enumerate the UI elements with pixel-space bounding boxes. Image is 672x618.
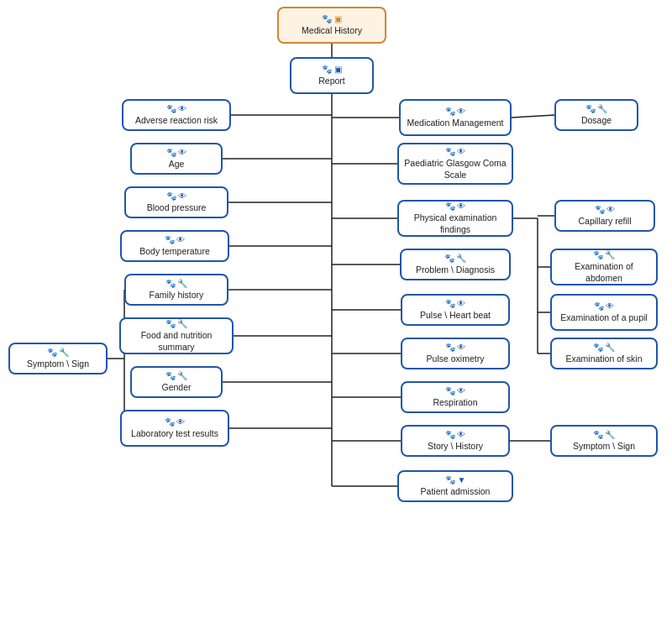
- capillary-refill-label: Capillary refill: [578, 216, 631, 228]
- dosage-node: 🐾 🔧 Dosage: [554, 99, 638, 131]
- medical-history-node: 🐾 ▣ Medical History: [277, 7, 386, 44]
- exam-pupil-icons: 🐾 👁: [594, 301, 615, 312]
- symptom-sign-left-node: 🐾 🔧 Symptom \ Sign: [8, 343, 108, 374]
- patient-admission-label: Patient admission: [421, 486, 491, 498]
- pulse-oximetry-label: Pulse oximetry: [427, 354, 485, 365]
- pulse-heartbeat-node: 🐾 👁 Pulse \ Heart beat: [401, 294, 510, 326]
- adverse-reaction-node: 🐾 👁 Adverse reaction risk: [122, 99, 231, 131]
- family-history-icons: 🐾 🔧: [165, 278, 188, 289]
- physical-exam-icons: 🐾 👁: [445, 201, 466, 212]
- dosage-icons: 🐾 🔧: [585, 103, 608, 114]
- paediatric-gcs-label: Paediatric Glasgow Coma Scale: [402, 158, 508, 181]
- story-history-node: 🐾 👁 Story \ History: [401, 425, 510, 457]
- report-label: Report: [318, 76, 345, 87]
- story-history-icons: 🐾 👁: [445, 429, 466, 440]
- body-temperature-icons: 🐾 👁: [165, 234, 186, 245]
- diagram: 🐾 ▣ Medical History 🐾 ▣ Report 🐾 👁 Adver…: [0, 0, 672, 618]
- report-node: 🐾 ▣ Report: [290, 57, 374, 94]
- report-icons: 🐾 ▣: [322, 64, 342, 75]
- respiration-icons: 🐾 👁: [445, 385, 466, 396]
- respiration-label: Respiration: [433, 397, 477, 409]
- dosage-label: Dosage: [581, 115, 612, 127]
- food-nutrition-label: Food and nutrition summary: [124, 330, 228, 353]
- exam-abdomen-label: Examination of abdomen: [555, 261, 653, 284]
- capillary-refill-icons: 🐾 👁: [595, 204, 616, 215]
- gender-label: Gender: [161, 382, 191, 394]
- body-temperature-node: 🐾 👁 Body temperature: [120, 230, 229, 262]
- medical-history-icons: 🐾 ▣: [322, 13, 342, 24]
- body-temperature-label: Body temperature: [139, 246, 209, 258]
- story-history-label: Story \ History: [428, 441, 483, 453]
- adverse-reaction-label: Adverse reaction risk: [135, 115, 218, 127]
- paediatric-gcs-node: 🐾 👁 Paediatric Glasgow Coma Scale: [397, 143, 513, 185]
- pulse-oximetry-icons: 🐾 👁: [445, 342, 466, 353]
- svg-line-22: [512, 115, 554, 118]
- symptom-sign-right-label: Symptom \ Sign: [573, 441, 635, 453]
- age-icons: 🐾 👁: [166, 147, 187, 158]
- blood-pressure-icons: 🐾 👁: [166, 191, 187, 202]
- exam-skin-icons: 🐾 🔧: [593, 342, 616, 353]
- medication-mgmt-label: Medication Management: [407, 118, 504, 129]
- food-nutrition-icons: 🐾 🔧: [165, 318, 188, 329]
- lab-test-label: Laboratory test results: [131, 428, 218, 440]
- food-nutrition-node: 🐾 🔧 Food and nutrition summary: [119, 317, 234, 354]
- medical-history-label: Medical History: [302, 25, 362, 37]
- age-node: 🐾 👁 Age: [130, 143, 223, 175]
- gender-icons: 🐾 🔧: [165, 370, 188, 381]
- patient-admission-node: 🐾 ▼ Patient admission: [397, 470, 513, 502]
- exam-abdomen-icons: 🐾 🔧: [593, 249, 616, 260]
- capillary-refill-node: 🐾 👁 Capillary refill: [554, 200, 655, 232]
- pulse-heartbeat-icons: 🐾 👁: [445, 298, 466, 309]
- symptom-sign-right-node: 🐾 🔧 Symptom \ Sign: [550, 425, 658, 457]
- physical-exam-node: 🐾 👁 Physical examination findings: [397, 200, 513, 237]
- family-history-label: Family history: [150, 290, 204, 301]
- exam-pupil-node: 🐾 👁 Examination of a pupil: [550, 294, 658, 331]
- lab-test-icons: 🐾 👁: [165, 416, 186, 427]
- medication-mgmt-icons: 🐾 👁: [445, 106, 466, 117]
- blood-pressure-node: 🐾 👁 Blood pressure: [124, 186, 228, 218]
- blood-pressure-label: Blood pressure: [147, 202, 207, 214]
- exam-abdomen-node: 🐾 🔧 Examination of abdomen: [550, 249, 658, 285]
- gender-node: 🐾 🔧 Gender: [130, 366, 223, 398]
- symptom-sign-right-icons: 🐾 🔧: [593, 429, 616, 440]
- pulse-heartbeat-label: Pulse \ Heart beat: [420, 310, 491, 322]
- lab-test-node: 🐾 👁 Laboratory test results: [120, 410, 229, 447]
- paediatric-gcs-icons: 🐾 👁: [445, 146, 466, 157]
- family-history-node: 🐾 🔧 Family history: [124, 274, 228, 306]
- exam-skin-label: Examination of skin: [565, 354, 642, 365]
- respiration-node: 🐾 👁 Respiration: [401, 381, 510, 413]
- problem-diagnosis-icons: 🐾 🔧: [444, 253, 467, 264]
- problem-diagnosis-label: Problem \ Diagnosis: [416, 264, 495, 276]
- age-label: Age: [169, 159, 185, 170]
- symptom-sign-left-icons: 🐾 🔧: [47, 347, 70, 358]
- medication-mgmt-node: 🐾 👁 Medication Management: [399, 99, 512, 136]
- pulse-oximetry-node: 🐾 👁 Pulse oximetry: [401, 338, 510, 369]
- symptom-sign-left-label: Symptom \ Sign: [27, 359, 89, 370]
- adverse-reaction-icons: 🐾 👁: [166, 103, 187, 114]
- problem-diagnosis-node: 🐾 🔧 Problem \ Diagnosis: [400, 249, 511, 280]
- exam-skin-node: 🐾 🔧 Examination of skin: [550, 338, 658, 369]
- exam-pupil-label: Examination of a pupil: [560, 312, 647, 324]
- patient-admission-icons: 🐾 ▼: [445, 474, 466, 485]
- physical-exam-label: Physical examination findings: [402, 212, 508, 235]
